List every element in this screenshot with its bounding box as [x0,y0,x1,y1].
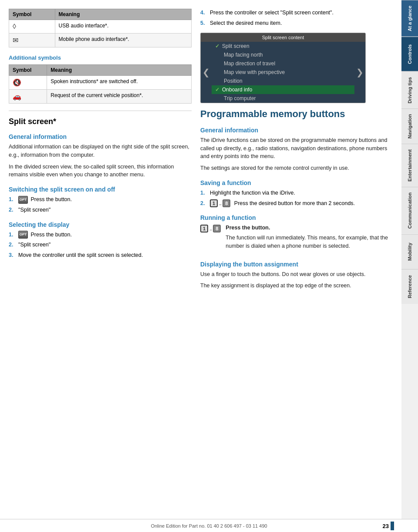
running-subtext: The function will run immediately. This … [226,234,397,250]
spoken-off-icon: 🔇 [13,79,21,86]
mem-btn-dots2: ... [209,226,212,231]
symbol-col-header2: Symbol [9,65,47,76]
page-footer: Online Edition for Part no. 01 40 2 606 … [0,519,418,532]
page-number-bar [391,522,394,530]
running-text: Press the button. [226,224,397,232]
table-row: 🚗 Request of the current vehicle positio… [9,90,192,104]
sidebar-tab-navigation[interactable]: Navigation [401,108,418,144]
meaning-cell: Request of the current vehicle position*… [47,90,192,104]
symbol-cell: 🔇 [9,76,47,90]
screenshot-title: Split screen content [201,33,365,42]
meaning-col-header: Meaning [55,9,191,20]
sidebar-tab-reference[interactable]: Reference [401,269,418,304]
page-number-area: 23 [383,522,394,530]
check-icon2: ✓ [215,87,219,93]
general-info-heading-left: General information [9,133,192,140]
programmable-memory-title: Programmable memory buttons [200,108,397,120]
page-number: 23 [383,523,389,529]
list-item: 1. OPT Press the button. [9,231,192,239]
running-text-block: Press the button. The function will run … [226,224,397,253]
meaning-cell: Mobile phone audio interface*. [55,34,191,47]
menu-item-split-screen: ✓ Split screen [212,42,354,51]
split-screen-title: Split screen* [9,117,192,126]
symbol-cell: 🚗 [9,90,47,104]
step-text: 1 ... 8 Press the desired button for mor… [210,199,355,208]
list-item: 4. Press the controller or select "Split… [200,9,397,17]
step-text: "Split screen" [18,206,51,214]
mem-btn-1: 1 [210,199,218,207]
displaying-heading: Displaying the button assignment [200,261,397,268]
menu-item-position: Position [212,77,354,85]
step-text: Select the desired menu item. [210,19,282,27]
selecting-steps: 1. OPT Press the button. 2. "Split scree… [9,231,192,259]
switching-steps: 1. OPT Press the button. 2. "Split scree… [9,195,192,214]
list-item: 1. Highlight the function via the iDrive… [200,189,397,197]
memory-button-icon2: 1 ... 8 [200,225,221,232]
step-number: 4. [200,9,207,17]
running-content: 1 ... 8 Press the button. The function w… [200,224,397,253]
general-info-heading-right: General information [200,127,397,134]
saving-heading: Saving a function [200,179,397,186]
sidebar-tab-entertainment[interactable]: Entertainment [401,144,418,187]
usb-icon: ◊ [13,23,16,30]
list-item: 3. Move the controller until the split s… [9,251,192,259]
step-number: 3. [9,251,16,259]
step-number: 2. [9,206,16,214]
step-text: OPT Press the button. [18,231,72,239]
sidebar-tabs: At a glance Controls Driving tips Naviga… [401,0,418,532]
menu-item-map-north: Map facing north [212,51,354,59]
step-number: 1. [9,231,16,239]
step-text: OPT Press the button. [18,195,72,204]
saving-steps: 1. Highlight the function via the iDrive… [200,189,397,208]
step-number: 1. [200,189,207,197]
mem-btn-8b: 8 [213,225,221,232]
list-item: 5. Select the desired menu item. [200,19,397,27]
divider [9,111,192,111]
step-number: 1. [9,195,16,204]
continued-steps: 4. Press the controller or select "Split… [200,9,397,27]
symbol-table-additional: Symbol Meaning 🔇 Spoken instructions* ar… [9,64,192,104]
sidebar-tab-controls[interactable]: Controls [401,37,418,71]
option-button-icon: OPT [18,196,28,204]
switching-heading: Switching the split screen on and off [9,186,192,193]
mobile-icon: ✉ [13,37,18,44]
step-text: "Split screen" [18,241,51,249]
prog-info-para1: The iDrive functions can be stored on th… [200,136,397,161]
screenshot-content: ❮ ✓ Split screen Map facing north [201,42,365,103]
memory-button-icon: 1 ... 8 [210,199,230,207]
check-icon: ✓ [215,43,219,49]
mem-btn-8: 8 [222,199,230,207]
meaning-cell: Spoken instructions* are switched off. [47,76,192,90]
step-number: 2. [200,199,207,208]
menu-item-map-direction: Map direction of travel [212,59,354,68]
additional-symbols-heading: Additional symbols [9,54,192,61]
list-item: 2. "Split screen" [9,206,192,214]
running-heading: Running a function [200,214,397,221]
symbol-cell: ◊ [9,20,55,34]
screenshot-left-arrow: ❮ [201,42,212,103]
footer-text: Online Edition for Part no. 01 40 2 606 … [151,523,267,529]
prog-info-para2: The settings are stored for the remote c… [200,164,397,172]
menu-item-map-perspective: Map view with perspective [212,68,354,77]
mem-btn-1b: 1 [200,225,208,232]
sidebar-tab-driving-tips[interactable]: Driving tips [401,71,418,109]
sidebar-tab-mobility[interactable]: Mobility [401,234,418,269]
menu-item-onboard-info: ✓ Onboard info [212,85,354,94]
left-column: Symbol Meaning ◊ USB audio interface*. [9,9,192,293]
meaning-col-header2: Meaning [47,65,192,76]
step-text: Highlight the function via the iDrive. [210,189,295,197]
step-text: Press the controller or select "Split sc… [210,9,334,17]
meaning-cell: USB audio interface*. [55,20,191,34]
screenshot-menu: ✓ Split screen Map facing north Map dire… [212,42,354,103]
displaying-para1: Use a finger to touch the buttons. Do no… [200,270,397,279]
symbol-table-top: Symbol Meaning ◊ USB audio interface*. [9,9,192,47]
screenshot-box: Split screen content ❮ ✓ Split screen Ma… [200,33,366,103]
selecting-heading: Selecting the display [9,221,192,228]
list-item: 1. OPT Press the button. [9,195,192,204]
symbol-col-header: Symbol [9,9,55,20]
sidebar-tab-at-a-glance[interactable]: At a glance [401,0,418,37]
menu-item-trip-computer: Trip computer [212,94,354,103]
sidebar-tab-communication[interactable]: Communication [401,187,418,234]
displaying-para2: The key assignment is displayed at the t… [200,282,397,290]
general-info-para2: In the divided screen view, the so-calle… [9,163,192,179]
